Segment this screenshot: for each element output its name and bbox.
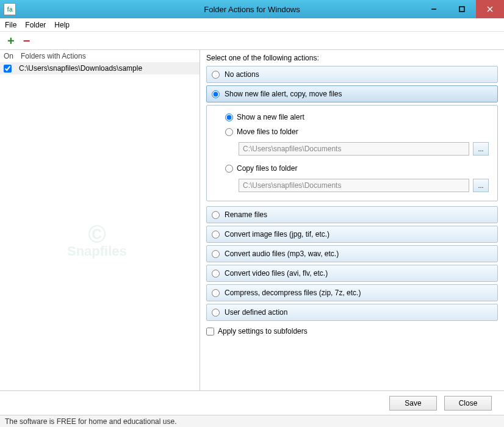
sub-option-alert[interactable]: Show a new file alert — [225, 113, 489, 121]
label-convert-video: Convert video files (avi, flv, etc.) — [225, 269, 328, 278]
menubar: File Folder Help — [0, 18, 504, 32]
window-title: Folder Actions for Windows — [204, 5, 300, 14]
status-bar: The software is FREE for home and educat… — [0, 415, 504, 427]
app-icon: fa — [4, 3, 16, 15]
label-no-actions: No actions — [225, 70, 259, 79]
apply-subfolders-checkbox[interactable] — [206, 328, 214, 336]
label-rename: Rename files — [225, 210, 267, 219]
move-path-row: ... — [239, 142, 489, 156]
watermark: ©Snapfiles — [67, 221, 127, 259]
radio-user-defined[interactable] — [212, 309, 220, 317]
apply-subfolders-label: Apply settings to subfolders — [218, 327, 308, 336]
actions-prompt: Select one of the following actions: — [206, 54, 498, 62]
folder-path: C:\Users\snapfiles\Downloads\sample — [19, 64, 142, 73]
save-button[interactable]: Save — [389, 396, 437, 411]
menu-help[interactable]: Help — [54, 21, 70, 29]
option-compress[interactable]: Compress, decompress files (zip, 7z, etc… — [206, 284, 498, 301]
titlebar: fa Folder Actions for Windows — [0, 0, 504, 18]
sub-option-move[interactable]: Move files to folder — [225, 127, 489, 136]
copy-path-row: ... — [239, 179, 489, 192]
radio-compress[interactable] — [212, 289, 220, 297]
radio-convert-image[interactable] — [212, 231, 220, 239]
label-convert-audio: Convert audio files (mp3, wav, etc.) — [225, 249, 339, 258]
option-show-alert[interactable]: Show new file alert, copy, move files — [206, 85, 498, 102]
menu-file[interactable]: File — [5, 21, 16, 29]
minimize-button[interactable] — [420, 0, 448, 18]
option-convert-audio[interactable]: Convert audio files (mp3, wav, etc.) — [206, 245, 498, 262]
radio-sub-move[interactable] — [225, 128, 233, 136]
label-show-alert: Show new file alert, copy, move files — [225, 90, 342, 98]
label-compress: Compress, decompress files (zip, 7z, etc… — [225, 289, 361, 297]
svg-rect-1 — [459, 7, 464, 12]
option-rename[interactable]: Rename files — [206, 206, 498, 223]
show-alert-expanded: Show a new file alert Move files to fold… — [206, 105, 498, 201]
label-convert-image: Convert image files (jpg, tif, etc.) — [225, 230, 329, 239]
move-path-input[interactable] — [239, 142, 469, 156]
window-controls — [420, 0, 504, 18]
label-sub-alert: Show a new file alert — [237, 113, 304, 121]
option-convert-image[interactable]: Convert image files (jpg, tif, etc.) — [206, 226, 498, 243]
folder-enabled-checkbox[interactable] — [4, 65, 12, 73]
sub-option-copy[interactable]: Copy files to folder — [225, 164, 489, 173]
actions-panel: Select one of the following actions: No … — [200, 50, 504, 390]
option-convert-video[interactable]: Convert video files (avi, flv, etc.) — [206, 265, 498, 282]
main-area: On Folders with Actions C:\Users\snapfil… — [0, 50, 504, 390]
label-user-defined: User defined action — [225, 308, 287, 317]
label-sub-move: Move files to folder — [237, 127, 298, 136]
close-button[interactable] — [476, 0, 504, 18]
maximize-button[interactable] — [448, 0, 476, 18]
folder-list-header: On Folders with Actions — [0, 50, 200, 62]
folder-list-panel: On Folders with Actions C:\Users\snapfil… — [0, 50, 200, 390]
radio-convert-video[interactable] — [212, 270, 220, 278]
remove-folder-button[interactable]: − — [23, 35, 31, 47]
option-user-defined[interactable]: User defined action — [206, 304, 498, 321]
radio-convert-audio[interactable] — [212, 250, 220, 258]
col-folders: Folders with Actions — [21, 52, 86, 60]
add-folder-button[interactable]: + — [7, 35, 15, 47]
radio-no-actions[interactable] — [212, 71, 220, 79]
browse-move-button[interactable]: ... — [473, 142, 489, 156]
radio-sub-alert[interactable] — [225, 113, 233, 121]
menu-folder[interactable]: Folder — [25, 21, 46, 29]
folder-row[interactable]: C:\Users\snapfiles\Downloads\sample — [0, 62, 200, 74]
option-no-actions[interactable]: No actions — [206, 66, 498, 83]
apply-subfolders-row[interactable]: Apply settings to subfolders — [206, 327, 498, 336]
footer-buttons: Save Close — [0, 390, 504, 415]
radio-rename[interactable] — [212, 211, 220, 219]
toolbar: + − — [0, 32, 504, 50]
browse-copy-button[interactable]: ... — [473, 179, 489, 192]
copy-path-input[interactable] — [239, 179, 469, 192]
close-dialog-button[interactable]: Close — [444, 396, 492, 411]
radio-show-alert[interactable] — [212, 90, 220, 98]
col-on: On — [4, 52, 21, 60]
label-sub-copy: Copy files to folder — [237, 164, 297, 173]
radio-sub-copy[interactable] — [225, 165, 233, 173]
